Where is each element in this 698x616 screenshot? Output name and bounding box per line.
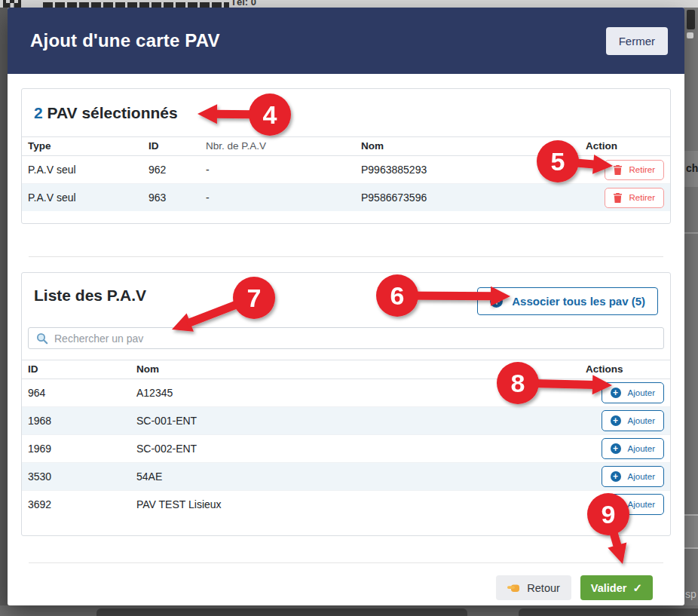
pav-list-row: 1969 SC-002-ENT +Ajouter — [22, 435, 670, 463]
col-type: Type — [22, 137, 142, 156]
cell-nom: PAV TEST Lisieux — [130, 491, 580, 519]
background-text-fragment: ch — [686, 162, 698, 174]
add-button[interactable]: +Ajouter — [602, 438, 664, 459]
plus-icon: + — [490, 295, 503, 308]
pav-list-section: Liste des P.A.V +Associer tous les pav (… — [21, 272, 671, 536]
pointing-left-hand-icon — [507, 583, 520, 593]
selected-pav-count: 2 — [34, 104, 43, 121]
pav-list-row: 3530 54AE +Ajouter — [22, 463, 670, 491]
associate-all-button[interactable]: +Associer tous les pav (5) — [477, 287, 658, 315]
background-page-top: Tél: 0 — [0, 0, 698, 8]
background-divider-fragment — [684, 232, 698, 234]
background-left-strip — [0, 8, 8, 616]
plus-icon: + — [611, 471, 621, 482]
cell-id: 963 — [142, 184, 200, 212]
selected-pav-section: 2 PAV sélectionnés Type ID Nbr. de P.A.V… — [21, 88, 671, 224]
background-tel-label: Tél: 0 — [231, 0, 256, 8]
add-button[interactable]: +Ajouter — [602, 410, 664, 431]
background-panel-fragment — [96, 608, 467, 616]
search-input[interactable] — [28, 327, 664, 349]
pav-list-table: ID Nom Actions 964 A12345 +Ajouter 1968 … — [22, 360, 670, 518]
selected-pav-row: P.A.V seul 963 - P9586673596 Retirer — [22, 184, 670, 212]
trash-icon — [614, 193, 622, 203]
section-divider — [29, 256, 663, 257]
col-actions: Actions — [580, 360, 670, 379]
remove-button-label: Retirer — [629, 193, 655, 202]
remove-button-label: Retirer — [629, 165, 655, 174]
pav-list-row: 1968 SC-001-ENT +Ajouter — [22, 407, 670, 435]
search-icon — [36, 333, 48, 345]
add-button-label: Ajouter — [628, 444, 655, 453]
background-heading-cutoff — [43, 2, 229, 8]
col-id: ID — [22, 360, 130, 379]
add-button-label: Ajouter — [628, 388, 655, 397]
col-action: Action — [580, 137, 670, 156]
cell-nom: A12345 — [130, 379, 580, 407]
cell-id: 962 — [142, 156, 200, 184]
add-button-label: Ajouter — [628, 500, 655, 509]
add-button[interactable]: +Ajouter — [602, 494, 664, 515]
modal-title: Ajout d'une carte PAV — [30, 30, 220, 51]
cell-type: P.A.V seul — [22, 156, 142, 184]
cell-nom: 54AE — [130, 463, 580, 491]
add-button[interactable]: +Ajouter — [602, 382, 664, 403]
background-dot-fragment — [687, 32, 693, 38]
validate-button-label: Valider — [591, 582, 627, 594]
cell-nom: P9586673596 — [355, 184, 580, 212]
col-nom: Nom — [130, 360, 580, 379]
add-button[interactable]: +Ajouter — [602, 466, 664, 487]
background-bottom-strip — [0, 605, 698, 616]
cell-id: 1969 — [22, 435, 130, 463]
selected-pav-row: P.A.V seul 962 - P9963885293 Retirer — [22, 156, 670, 184]
pav-list-header-row: ID Nom Actions — [22, 360, 670, 379]
modal-header: Ajout d'une carte PAV Fermer — [8, 8, 684, 74]
cell-type: P.A.V seul — [22, 184, 142, 212]
selected-pav-table: Type ID Nbr. de P.A.V Nom Action P.A.V s… — [22, 136, 670, 211]
cell-nbr: - — [200, 156, 355, 184]
cell-id: 3692 — [22, 491, 130, 519]
background-panel-fragment-2 — [519, 608, 698, 616]
background-text-fragment-bottom: sp — [685, 588, 696, 600]
validate-button[interactable]: Valider ✓ — [580, 575, 653, 600]
cell-nom: P9963885293 — [355, 156, 580, 184]
back-button-label: Retour — [527, 582, 560, 594]
pav-list-header: Liste des P.A.V +Associer tous les pav (… — [22, 273, 670, 325]
plus-icon: + — [611, 415, 621, 426]
search-wrap — [28, 327, 664, 349]
background-box-fragment — [684, 514, 698, 549]
add-pav-card-modal: Ajout d'une carte PAV Fermer 2 PAV sélec… — [8, 8, 684, 605]
plus-icon: + — [611, 388, 621, 398]
cell-nom: SC-001-ENT — [130, 407, 580, 435]
cell-id: 1968 — [22, 407, 130, 435]
add-button-label: Ajouter — [628, 416, 655, 425]
pav-list-row: 964 A12345 +Ajouter — [22, 379, 670, 407]
selected-pav-title-text: PAV sélectionnés — [43, 104, 178, 121]
trash-icon — [614, 165, 622, 175]
check-icon: ✓ — [632, 581, 642, 595]
cell-id: 3530 — [22, 463, 130, 491]
cell-id: 964 — [22, 379, 130, 407]
selected-pav-header-row: Type ID Nbr. de P.A.V Nom Action — [22, 137, 670, 156]
col-nbr: Nbr. de P.A.V — [200, 137, 355, 156]
pav-list-row: 3692 PAV TEST Lisieux +Ajouter — [22, 491, 670, 519]
modal-footer: Retour Valider ✓ — [21, 563, 671, 600]
col-id: ID — [142, 137, 200, 156]
cell-nom: SC-002-ENT — [130, 435, 580, 463]
modal-body: 2 PAV sélectionnés Type ID Nbr. de P.A.V… — [8, 74, 684, 600]
remove-button[interactable]: Retirer — [605, 160, 664, 180]
background-icon-fragment — [687, 10, 695, 29]
add-button-label: Ajouter — [628, 472, 655, 481]
associate-all-label: Associer tous les pav (5) — [512, 295, 645, 308]
close-button[interactable]: Fermer — [606, 27, 668, 55]
cell-nbr: - — [200, 184, 355, 212]
remove-button[interactable]: Retirer — [605, 188, 664, 208]
plus-icon: + — [611, 499, 621, 510]
home-icon — [1, 0, 23, 8]
plus-icon: + — [611, 443, 621, 454]
col-nom: Nom — [355, 137, 580, 156]
pav-list-title: Liste des P.A.V — [34, 286, 146, 305]
selected-pav-title: 2 PAV sélectionnés — [22, 89, 670, 136]
back-button[interactable]: Retour — [496, 575, 571, 600]
background-right-strip: ch sp — [684, 8, 698, 616]
